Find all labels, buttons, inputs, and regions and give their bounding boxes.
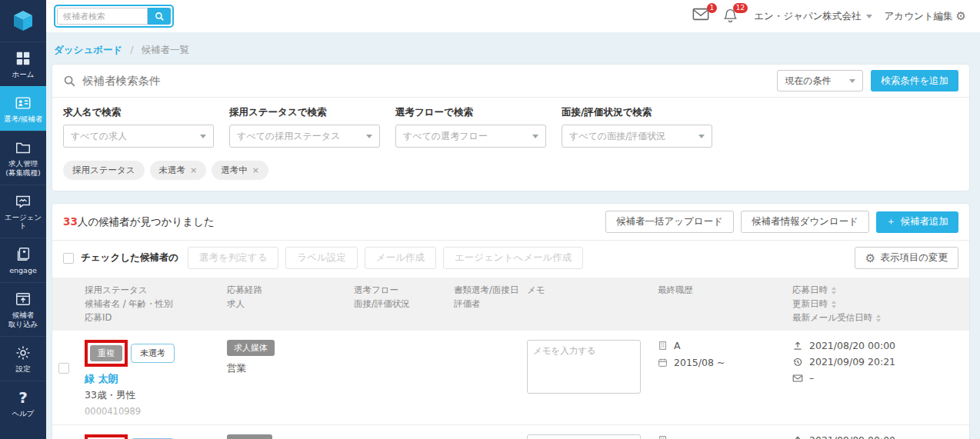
status-cell: 重複 未選考 緑 太朗 0000410994 (85, 434, 227, 439)
sort-updated-at[interactable]: 更新日時 (792, 298, 962, 311)
status-cell: 重複 未選考 緑 太朗 33歳・男性 0000410989 (85, 340, 227, 417)
flow-cell (354, 340, 454, 417)
breadcrumb-current: 候補者一覧 (141, 44, 189, 55)
header-career-col: 最終職歴 (658, 278, 792, 331)
chevron-down-icon (866, 15, 872, 18)
add-search-condition-button[interactable]: 検索条件を追加 (871, 70, 958, 91)
notifications-button[interactable]: 12 (723, 8, 742, 25)
engage-logo[interactable] (0, 0, 46, 42)
sidebar-item-label: 選考/候補者 (2, 115, 45, 124)
job-name: 営業 (227, 362, 345, 375)
agent-mail-button[interactable]: エージェントへメール作成 (443, 247, 583, 269)
last-company: – (674, 434, 678, 439)
upload-icon (792, 435, 803, 439)
docs-cell (454, 340, 527, 417)
results-header: 33人の候補者が見つかりました 候補者一括アップロード 候補者情報ダウンロード … (52, 204, 969, 241)
memo-cell (527, 340, 658, 417)
download-button[interactable]: 候補者情報ダウンロード (741, 211, 869, 233)
header-flow-col: 選考フロー 面接/評価状況 (354, 278, 454, 331)
add-candidate-button[interactable]: ＋ 候補者追加 (876, 211, 958, 233)
header-docs-col: 書類選考/面接日 評価者 (454, 278, 527, 331)
row-checkbox[interactable] (58, 363, 69, 374)
import-icon (15, 291, 32, 308)
red-annotation-box: 重複 (85, 340, 128, 367)
remove-tag-icon[interactable]: × (252, 165, 259, 175)
results-panel: 33人の候補者が見つかりました 候補者一括アップロード 候補者情報ダウンロード … (52, 204, 969, 439)
last-company: A (674, 340, 681, 351)
filter-hiring-status-select[interactable]: すべての採用ステータス (229, 125, 380, 148)
filter-interview-status-select[interactable]: すべての面接/評価状況 (562, 125, 712, 148)
sort-icon (832, 287, 836, 294)
create-mail-button[interactable]: メール作成 (365, 247, 436, 269)
chevron-down-icon (200, 135, 206, 138)
red-annotation-box: 重複 (85, 434, 128, 439)
sidebar-item-label: engage (2, 266, 45, 275)
flow-cell (354, 434, 454, 439)
gear-icon: ⚙ (956, 9, 966, 23)
handshake-icon (15, 193, 32, 210)
judge-selection-button[interactable]: 選考を判定する (188, 247, 278, 269)
candidate-card-icon (15, 95, 32, 111)
dates-cell: 2021/09/09 00:00 2021/09/09 20:19 (792, 434, 969, 439)
memo-input[interactable] (527, 340, 641, 394)
filter-tag-unscreened: 未選考 × (150, 161, 207, 180)
results-count: 33 (63, 215, 78, 228)
search-button[interactable] (148, 8, 171, 25)
filter-label: 採用ステータスで検索 (229, 106, 380, 119)
chevron-down-icon (366, 135, 372, 138)
sidebar-item-engage[interactable]: engage (0, 238, 46, 282)
plus-icon: ＋ (886, 215, 896, 228)
route-tag: engage (227, 434, 272, 439)
topbar: 1 12 エン・ジャパン株式会社 アカウント編集 ⚙ (46, 0, 980, 32)
remove-tag-icon[interactable]: × (190, 165, 197, 175)
add-candidate-label: 候補者追加 (901, 215, 949, 228)
memo-input[interactable] (527, 434, 641, 439)
saved-conditions-value: 現在の条件 (785, 75, 831, 88)
messages-button[interactable]: 1 (692, 8, 711, 25)
saved-conditions-select[interactable]: 現在の条件 (777, 70, 863, 91)
sidebar-item-agent[interactable]: エージェント (0, 185, 46, 238)
sidebar-item-label: 求人管理 (募集職種) (2, 159, 45, 178)
sidebar-item-job-management[interactable]: 求人管理 (募集職種) (0, 131, 46, 185)
filter-row: 求人名で検索 すべての求人 採用ステータスで検索 すべての採用ステータス (52, 98, 969, 152)
building-icon (658, 435, 668, 439)
filter-value: すべての選考フロー (403, 130, 488, 143)
breadcrumb-dashboard-link[interactable]: ダッシュボード (54, 44, 122, 55)
account-edit-link[interactable]: アカウント編集 ⚙ (885, 9, 966, 23)
mail-badge: 1 (707, 3, 718, 13)
bulk-upload-button[interactable]: 候補者一括アップロード (605, 211, 734, 233)
sidebar-item-settings[interactable]: 設定 (0, 336, 46, 381)
gear-icon (15, 344, 32, 361)
company-menu[interactable]: エン・ジャパン株式会社 (754, 10, 872, 23)
select-all-checkbox[interactable] (63, 253, 74, 264)
career-cell: – – (658, 434, 792, 439)
sidebar-item-candidate-import[interactable]: 候補者 取り込み (0, 282, 46, 336)
route-tag: 求人媒体 (227, 340, 275, 356)
candidate-name-link[interactable]: 緑 太朗 (85, 372, 118, 386)
sort-last-mail[interactable]: 最新メール受信日時 (792, 311, 962, 325)
filter-job-name-select[interactable]: すべての求人 (63, 125, 214, 148)
sidebar-item-candidates[interactable]: 選考/候補者 (0, 86, 46, 131)
search-icon (155, 12, 165, 22)
last-mail-at: – (809, 372, 814, 384)
sort-applied-at[interactable]: 応募日時 (792, 284, 962, 298)
filter-tag-label: 未選考 (159, 165, 186, 176)
filter-job-name: 求人名で検索 すべての求人 (63, 106, 214, 148)
header-route-col: 応募経路 求人 (227, 278, 354, 331)
display-settings-button[interactable]: ⚙ 表示項目の変更 (855, 247, 958, 269)
sidebar-item-help[interactable]: ? ヘルプ (0, 381, 46, 425)
label-settings-button[interactable]: ラベル設定 (285, 247, 357, 269)
filter-hiring-status: 採用ステータスで検索 すべての採用ステータス (229, 106, 380, 148)
status-badge[interactable]: 未選考 (131, 344, 175, 363)
header-memo-col: メモ (527, 278, 658, 331)
header-status-col: 採用ステータス 候補者名 / 年齢・性別 応募ID (85, 278, 227, 331)
candidate-search-input[interactable] (57, 8, 148, 25)
sidebar-item-home[interactable]: ホーム (0, 42, 46, 86)
history-icon (792, 357, 803, 367)
home-grid-icon (15, 50, 32, 67)
applied-at: 2021/08/20 00:00 (809, 340, 895, 351)
envelope-icon (792, 374, 803, 383)
career-cell: A 2015/08 ~ (658, 340, 792, 417)
engage-logo-icon (12, 9, 35, 32)
filter-selection-flow-select[interactable]: すべての選考フロー (395, 125, 546, 148)
